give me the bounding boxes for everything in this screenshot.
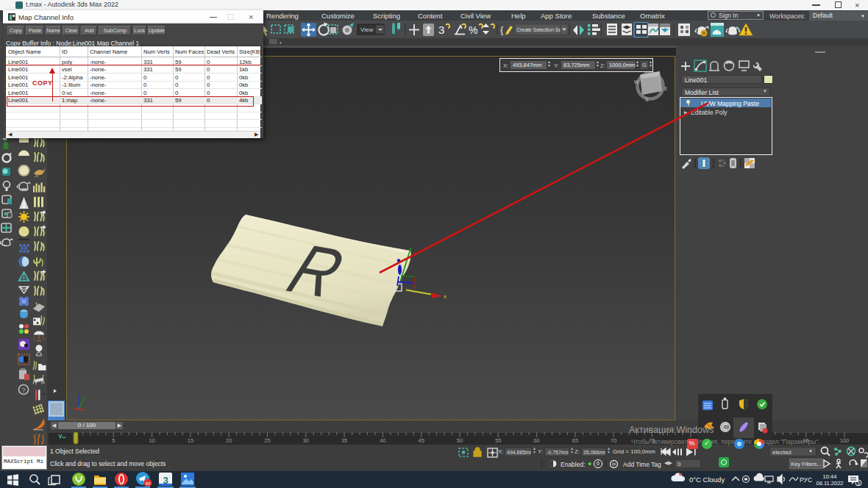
svg-text:70: 70 bbox=[611, 437, 616, 444]
svg-text:15: 15 bbox=[188, 437, 193, 444]
svg-text:30: 30 bbox=[303, 437, 309, 444]
svg-text:65: 65 bbox=[572, 437, 578, 444]
svg-text:08.11.2022: 08.11.2022 bbox=[817, 480, 844, 487]
svg-text:S: S bbox=[645, 97, 649, 102]
svg-text:10: 10 bbox=[149, 437, 154, 444]
svg-text:60: 60 bbox=[533, 437, 539, 444]
svg-text:W: W bbox=[634, 79, 639, 85]
svg-text:x: x bbox=[444, 293, 447, 300]
svg-text:5: 5 bbox=[112, 437, 115, 444]
svg-text:20: 20 bbox=[226, 437, 232, 444]
svg-text:45: 45 bbox=[419, 437, 424, 444]
svg-text:35: 35 bbox=[341, 437, 347, 444]
svg-text:40: 40 bbox=[380, 437, 385, 444]
svg-text:50: 50 bbox=[457, 437, 463, 444]
svg-text:55: 55 bbox=[495, 437, 501, 444]
svg-text:25: 25 bbox=[264, 437, 270, 444]
svg-text:60: 60 bbox=[146, 481, 151, 486]
svg-text:0°C Cloudy: 0°C Cloudy bbox=[689, 476, 725, 484]
svg-text:View: View bbox=[360, 26, 373, 33]
svg-text:3: 3 bbox=[857, 481, 860, 486]
svg-text:{: { bbox=[500, 24, 504, 35]
svg-text:РУС: РУС bbox=[800, 476, 812, 484]
svg-text:Create Selection Se: Create Selection Se bbox=[516, 26, 561, 33]
svg-text:%: % bbox=[469, 24, 477, 36]
svg-text:3: 3 bbox=[438, 24, 444, 36]
svg-text:10:44: 10:44 bbox=[823, 473, 837, 480]
svg-text:?: ? bbox=[22, 387, 26, 394]
svg-text:E: E bbox=[664, 86, 668, 91]
